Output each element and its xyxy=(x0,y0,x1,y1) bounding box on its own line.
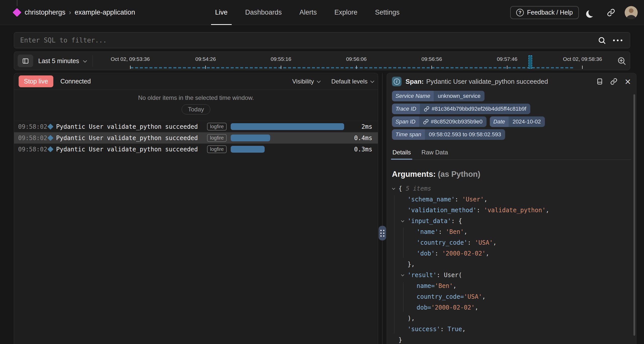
code-line: country_code='USA', xyxy=(392,291,631,302)
code-line: 'success': True, xyxy=(392,324,631,335)
panel-layout-icon[interactable] xyxy=(596,78,603,85)
timeline-tick-mark xyxy=(205,66,206,69)
nav-tab-dashboards[interactable]: Dashboards xyxy=(245,0,282,25)
empty-window-message: No older items in the selected time wind… xyxy=(138,94,254,101)
breadcrumb[interactable]: christophergs › example-application xyxy=(14,0,135,25)
code-token: : xyxy=(477,207,484,214)
breadcrumb-org[interactable]: christophergs xyxy=(25,9,65,16)
top-nav-bar: christophergs › example-application Live… xyxy=(0,0,644,25)
feedback-help-button[interactable]: ? Feedback / Help xyxy=(510,6,579,19)
meta-badge-trace-id: Trace ID#81c364b79bbd92ef26b4dd5ff4c81b9… xyxy=(392,104,530,114)
span-diamond-icon xyxy=(47,146,53,152)
search-icon[interactable] xyxy=(598,36,606,45)
share-link-icon[interactable] xyxy=(607,9,615,17)
meta-badge-time-span: Time span09:58:02.593 to 09:58:02.593 xyxy=(392,129,505,140)
timeline-tick-mark xyxy=(130,66,131,69)
default-levels-dropdown[interactable]: Default levels xyxy=(331,78,373,85)
user-avatar[interactable] xyxy=(625,6,638,19)
collapse-toggle-icon[interactable] xyxy=(401,273,404,276)
dark-mode-toggle-icon[interactable] xyxy=(588,8,597,17)
code-token: '2000-02-02' xyxy=(442,250,486,257)
breadcrumb-project[interactable]: example-application xyxy=(75,9,135,16)
sidebar-toggle-button[interactable] xyxy=(18,55,33,67)
code-token: , xyxy=(484,196,487,203)
divider xyxy=(93,55,93,67)
trace-row-duration: 0.4ms xyxy=(345,135,372,142)
nav-tab-live[interactable]: Live xyxy=(215,0,228,25)
more-options-icon[interactable] xyxy=(613,39,622,41)
nav-tab-explore[interactable]: Explore xyxy=(334,0,357,25)
code-token: 'User' xyxy=(462,196,484,203)
link-icon[interactable] xyxy=(424,106,429,112)
code-token: { xyxy=(398,185,406,192)
timeline-tick-mark xyxy=(356,66,357,69)
code-token: 'dob' xyxy=(417,250,435,257)
timeline-track: Oct 02, 09:53:3609:54:2609:55:1609:56:06… xyxy=(98,52,613,70)
feedback-help-label: Feedback / Help xyxy=(527,9,573,16)
tab-details[interactable]: Details xyxy=(392,147,411,159)
stop-live-button[interactable]: Stop live xyxy=(19,75,53,87)
sql-filter-input[interactable] xyxy=(14,36,598,44)
meta-badge-value: 09:58:02.593 to 09:58:02.593 xyxy=(425,129,505,140)
tab-raw-data[interactable]: Raw Data xyxy=(421,147,448,159)
trace-row[interactable]: 09:58:02Pydantic User validate_python su… xyxy=(14,144,378,155)
arguments-code-tree: { 5 items'schema_name': 'User','validati… xyxy=(392,183,631,344)
trace-duration-bar xyxy=(231,123,344,130)
code-line: ), xyxy=(392,313,631,324)
code-token: : xyxy=(438,228,446,235)
code-token: , xyxy=(493,239,496,246)
timeline-tick-label: 09:54:26 xyxy=(195,56,216,62)
chevron-down-icon xyxy=(317,79,321,83)
meta-badge-label: Span ID xyxy=(392,116,419,127)
sql-filter-bar xyxy=(14,32,630,48)
panel-resize-handle[interactable] xyxy=(379,226,386,240)
meta-badge-service-name: Service Nameunknown_service xyxy=(392,91,485,101)
indent-guide xyxy=(394,195,394,333)
badge-row: Trace ID#81c364b79bbd92ef26b4dd5ff4c81b9… xyxy=(392,104,631,114)
logo-stem xyxy=(17,0,17,6)
span-diamond-icon xyxy=(47,135,53,141)
code-token: 'schema_name' xyxy=(408,196,455,203)
trace-row[interactable]: 09:58:02Pydantic User validate_python su… xyxy=(14,132,378,144)
timeline-tick-mark xyxy=(582,66,583,69)
span-detail-tabs: DetailsRaw Data xyxy=(392,147,631,160)
meta-badge-value-text: #81c364b79bbd92ef26b4dd5ff4c81b9f xyxy=(432,106,526,112)
nav-tab-alerts[interactable]: Alerts xyxy=(299,0,317,25)
copy-link-icon[interactable] xyxy=(610,78,617,85)
today-button[interactable]: Today xyxy=(182,104,210,114)
code-token: : xyxy=(455,196,462,203)
timeline-tick-label: 09:56:06 xyxy=(346,56,367,62)
chevron-down-icon xyxy=(83,59,87,63)
collapse-toggle-icon[interactable] xyxy=(392,187,395,190)
zoom-in-icon[interactable] xyxy=(617,56,626,66)
code-line: 'country_code': 'USA', xyxy=(392,237,631,248)
close-icon[interactable]: × xyxy=(624,78,631,85)
trace-duration-bar xyxy=(231,135,270,141)
trace-row[interactable]: 09:58:02Pydantic User validate_python su… xyxy=(14,121,378,132)
collapse-toggle-icon[interactable] xyxy=(401,219,404,222)
nav-tab-settings[interactable]: Settings xyxy=(375,0,400,25)
time-range-bar: Last 5 minutes Oct 02, 09:53:3609:54:260… xyxy=(14,52,630,70)
code-token: 'Ben' xyxy=(435,282,453,289)
trace-row-tag: logfire xyxy=(207,145,227,153)
trace-row-message: Pydantic User validate_python succeeded xyxy=(56,123,207,130)
scrollbar-thumb[interactable] xyxy=(633,94,635,336)
time-range-selector[interactable]: Last 5 minutes xyxy=(38,57,79,65)
breadcrumb-separator-icon: › xyxy=(69,9,71,16)
code-token: : xyxy=(435,250,442,257)
meta-badge-label: Date xyxy=(490,116,508,127)
code-token: 'country_code' xyxy=(417,239,467,246)
timeline-tick-label: 09:55:16 xyxy=(271,56,291,62)
code-token: 'input_data' xyxy=(408,218,451,225)
indent-guide xyxy=(403,228,404,258)
trace-row-bar-track xyxy=(231,132,345,144)
meta-badge-label: Time span xyxy=(392,129,425,140)
visibility-dropdown[interactable]: Visibility xyxy=(292,78,320,85)
meta-badge-value: unknown_service xyxy=(434,91,485,101)
badge-row: Service Nameunknown_service xyxy=(392,91,631,101)
span-title-text: Pydantic User validate_python succeeded xyxy=(426,78,548,85)
meta-badge-date: Date2024-10-02 xyxy=(490,116,545,127)
link-icon[interactable] xyxy=(423,119,429,124)
trace-row-bar-track xyxy=(231,121,345,132)
timeline-activity-spike[interactable] xyxy=(529,55,532,69)
